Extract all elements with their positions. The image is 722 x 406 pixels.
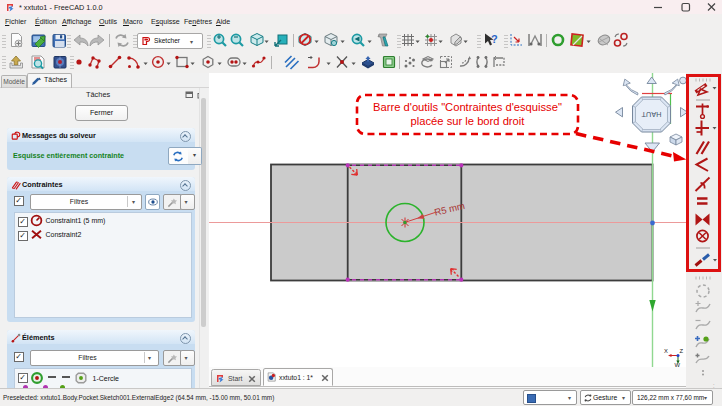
svg-text:X: X [664, 348, 668, 354]
svg-text:placée sur le bord droit: placée sur le bord droit [411, 115, 526, 127]
svg-text:Barre d'outils "Contraintes d': Barre d'outils "Contraintes d'esquisse" [373, 101, 562, 113]
svg-text:Z: Z [680, 348, 684, 354]
svg-text:?: ? [491, 33, 498, 45]
svg-text:HAUT: HAUT [641, 110, 662, 119]
